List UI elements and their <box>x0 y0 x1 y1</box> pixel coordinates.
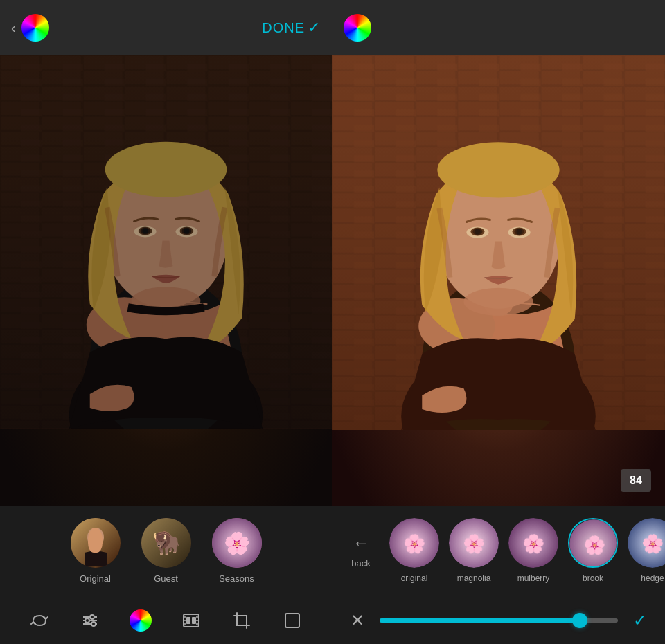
svg-text:🦬: 🦬 <box>152 529 180 555</box>
crop-icon[interactable] <box>228 607 256 634</box>
right-header <box>332 0 665 55</box>
right-filter-magnolia[interactable]: 🌸 magnolia <box>449 518 499 583</box>
right-photo <box>332 55 665 506</box>
right-thumb-mulberry: 🌸 <box>508 518 558 568</box>
right-filter-strip: ← back 🌸 or <box>332 506 665 596</box>
right-thumb-original: 🌸 <box>389 518 439 568</box>
right-filter-original[interactable]: 🌸 original <box>389 518 439 583</box>
svg-point-32 <box>85 618 89 623</box>
svg-text:🌸: 🌸 <box>522 533 545 555</box>
right-bottom-bar: ✕ ✓ <box>332 596 665 644</box>
rotate-icon[interactable] <box>26 607 53 634</box>
svg-text:🌸: 🌸 <box>403 533 426 555</box>
done-checkmark-icon: ✓ <box>308 19 321 37</box>
svg-rect-65 <box>332 55 665 430</box>
svg-text:🌸: 🌸 <box>463 533 486 555</box>
app-logo[interactable] <box>21 14 49 42</box>
color-wheel-icon[interactable] <box>127 607 154 634</box>
square-frame-icon[interactable] <box>278 607 306 634</box>
svg-point-26 <box>212 518 262 568</box>
svg-point-31 <box>90 615 94 619</box>
left-image-area <box>0 55 332 506</box>
right-filter-items: 🌸 original 🌸 <box>389 518 665 583</box>
back-arrow-icon: ← <box>353 533 369 553</box>
svg-text:🌸: 🌸 <box>641 533 664 555</box>
left-portrait-svg <box>0 55 332 429</box>
right-image-area: 84 <box>332 55 665 506</box>
intensity-value: 84 <box>630 474 642 487</box>
left-header: ‹ DONE ✓ <box>0 0 332 55</box>
svg-point-24 <box>141 518 191 568</box>
back-label: back <box>351 558 370 569</box>
left-panel: ‹ DONE ✓ <box>0 0 332 644</box>
confirm-button[interactable]: ✓ <box>626 607 654 634</box>
svg-rect-36 <box>192 617 196 624</box>
svg-rect-35 <box>186 617 190 624</box>
slider-thumb[interactable] <box>572 613 587 628</box>
back-chevron-icon[interactable]: ‹ <box>11 20 16 36</box>
svg-point-33 <box>91 622 96 626</box>
svg-rect-43 <box>285 614 299 627</box>
right-thumb-brook: 🌸 <box>568 518 618 568</box>
intensity-badge: 84 <box>621 469 651 492</box>
right-filter-label-brook: brook <box>583 573 603 583</box>
filter-thumb-original <box>71 518 121 568</box>
filter-label-seasons: Seasons <box>219 573 254 584</box>
bottom-toolbar <box>0 596 332 644</box>
slider-fill <box>380 618 580 623</box>
svg-point-23 <box>87 528 104 547</box>
right-portrait-svg <box>332 55 665 430</box>
filter-label-original: Original <box>80 573 111 584</box>
done-button[interactable]: DONE ✓ <box>262 19 321 37</box>
back-button[interactable]: ← back <box>344 533 378 569</box>
filter-original-left[interactable]: Original <box>71 518 121 584</box>
right-filter-hedge[interactable]: 🌸 hedge <box>628 518 665 583</box>
right-filter-label-hedge: hedge <box>641 573 664 583</box>
right-panel: 84 ← back 🌸 <box>332 0 665 644</box>
adjustments-icon[interactable] <box>76 607 104 634</box>
right-filter-label-magnolia: magnolia <box>457 573 491 583</box>
done-label: DONE <box>262 20 305 36</box>
right-filter-brook[interactable]: 🌸 brook <box>568 518 618 583</box>
right-filter-label-original: original <box>401 573 428 583</box>
right-thumb-magnolia: 🌸 <box>449 518 499 568</box>
filter-seasons[interactable]: 🌸 Seasons <box>212 518 262 584</box>
cancel-button[interactable]: ✕ <box>344 607 371 634</box>
right-thumb-hedge: 🌸 <box>628 518 665 568</box>
filter-label-guest: Guest <box>154 573 178 584</box>
filter-thumb-seasons: 🌸 <box>212 518 262 568</box>
left-filter-strip: Original 🦬 Guest <box>0 506 332 596</box>
right-filter-label-mulberry: mulberry <box>517 573 550 583</box>
left-photo <box>0 55 332 506</box>
right-app-logo[interactable] <box>344 14 371 42</box>
film-strip-icon[interactable] <box>177 607 205 634</box>
intensity-slider[interactable] <box>380 618 618 623</box>
svg-text:🌸: 🌸 <box>583 534 606 556</box>
svg-text:🌸: 🌸 <box>224 530 250 555</box>
right-filter-mulberry[interactable]: 🌸 mulberry <box>508 518 558 583</box>
filter-thumb-guest: 🦬 <box>141 518 191 568</box>
filter-guest[interactable]: 🦬 Guest <box>141 518 191 584</box>
svg-rect-21 <box>0 55 332 429</box>
